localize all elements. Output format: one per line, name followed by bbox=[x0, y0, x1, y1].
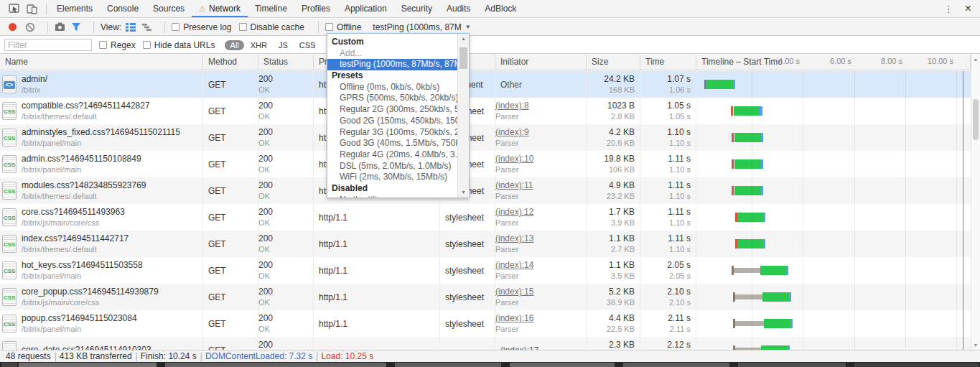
size-transferred: 4.9 KB bbox=[587, 180, 635, 191]
throttling-select[interactable]: testPing (1000ms, 87M ▼ bbox=[373, 22, 470, 32]
column-header-name[interactable]: Name bbox=[0, 55, 203, 70]
table-row[interactable]: CSShot_keys.css?14694511503558/bitrix/pa… bbox=[0, 257, 971, 284]
table-row[interactable]: <>admin//bitrixGET200OKhttp/1.1documentO… bbox=[0, 71, 971, 98]
filter-icon[interactable] bbox=[71, 22, 81, 32]
column-header-time[interactable]: Time bbox=[640, 55, 696, 70]
table-row[interactable]: CSSmodules.css?148234855923769/bitrix/th… bbox=[0, 177, 971, 204]
table-scrollbar[interactable]: ▲ ▼ bbox=[971, 55, 980, 350]
throttle-option[interactable]: Regular 3G (100ms, 750kb/s, 250kb/s) bbox=[327, 127, 457, 139]
table-row[interactable]: CSScompatible.css?14694511442827/bitrix/… bbox=[0, 98, 971, 124]
close-icon[interactable]: × bbox=[962, 2, 974, 15]
tab-audits[interactable]: Audits bbox=[439, 0, 477, 17]
use-large-rows-icon[interactable] bbox=[126, 23, 136, 32]
regex-toggle: Regex bbox=[99, 40, 136, 50]
throttle-option[interactable]: No throttling bbox=[327, 195, 457, 198]
initiator-link[interactable]: (index):9 bbox=[495, 126, 586, 138]
status-code: 200 bbox=[258, 206, 313, 218]
cell-status: 200OK bbox=[258, 98, 314, 124]
initiator-link[interactable]: (index):16 bbox=[495, 312, 586, 324]
waterfall-bar-end bbox=[786, 266, 788, 275]
tab-elements[interactable]: Elements bbox=[50, 0, 100, 17]
regex-checkbox[interactable] bbox=[99, 41, 107, 49]
throttle-option[interactable]: Good 3G (40ms, 1.5Mb/s, 750kb/s) bbox=[327, 138, 457, 149]
clear-icon[interactable] bbox=[25, 22, 35, 32]
menu-icon[interactable]: ⋮ bbox=[935, 4, 962, 14]
throttle-option[interactable]: WiFi (2ms, 30Mb/s, 15Mb/s) bbox=[327, 172, 457, 183]
request-path: /bitrix/panel/main bbox=[22, 164, 141, 175]
column-header-initiator[interactable]: Initiator bbox=[495, 55, 587, 70]
tab-label: Elements bbox=[57, 4, 93, 14]
initiator-link[interactable]: (index):10 bbox=[495, 153, 586, 164]
initiator-type: Parser bbox=[495, 324, 586, 334]
request-name: CSSadminstyles_fixed.css?146945115021115… bbox=[0, 124, 202, 151]
table-row[interactable]: CSSadmin.css?1469451150108849/bitrix/pan… bbox=[0, 151, 971, 177]
screenshot-icon[interactable] bbox=[55, 22, 65, 32]
tab-profiles[interactable]: Profiles bbox=[294, 0, 337, 17]
initiator-link[interactable]: (index):8 bbox=[495, 100, 586, 111]
tab-timeline[interactable]: Timeline bbox=[248, 0, 294, 17]
scroll-up-icon[interactable]: ▲ bbox=[971, 55, 980, 64]
initiator-link[interactable]: (index):13 bbox=[495, 233, 586, 244]
offline-checkbox[interactable] bbox=[325, 23, 333, 31]
tab-console[interactable]: Console bbox=[100, 0, 146, 17]
filter-type-css[interactable]: CSS bbox=[294, 40, 321, 50]
throttle-option[interactable]: DSL (5ms, 2.0Mb/s, 1.0Mb/s) bbox=[327, 161, 457, 172]
table-row[interactable]: CSScore_popup.css?146945114939879/bitrix… bbox=[0, 284, 971, 310]
preserve-log-checkbox[interactable] bbox=[172, 23, 179, 31]
table-row[interactable]: CSSindex.css?14694511442717/bitrix/theme… bbox=[0, 231, 971, 257]
scroll-down-icon[interactable]: ▼ bbox=[458, 187, 469, 198]
scrollbar-thumb[interactable] bbox=[973, 99, 979, 140]
size-resource: 168 KB bbox=[587, 85, 635, 95]
request-name-text: core_popup.css?146945114939879/bitrix/js… bbox=[22, 287, 159, 307]
throttle-option[interactable]: Add... bbox=[327, 48, 457, 60]
request-name: CSShot_keys.css?14694511503558/bitrix/pa… bbox=[0, 257, 202, 284]
throttle-option[interactable]: Good 2G (150ms, 450kb/s, 150kb/s) bbox=[327, 116, 457, 127]
timeline-view-icon[interactable] bbox=[141, 23, 152, 32]
tab-adblock[interactable]: AdBlock bbox=[477, 0, 523, 17]
column-header-timeline[interactable]: Timeline – Start Time4.00 s6.00 s8.00 s1… bbox=[696, 55, 971, 70]
filter-type-all[interactable]: All bbox=[225, 40, 243, 50]
table-row[interactable]: CSSpopup.css?146945115023084/bitrix/pane… bbox=[0, 310, 971, 337]
inspect-element-icon[interactable] bbox=[6, 0, 23, 17]
size-transferred: 5.2 KB bbox=[587, 286, 635, 297]
time-total: 1.05 s bbox=[640, 100, 691, 111]
tab-network[interactable]: ⚠Network bbox=[192, 0, 248, 17]
initiator-link[interactable]: (index):11 bbox=[495, 180, 586, 191]
file-icon-glyph: CSS bbox=[4, 187, 15, 195]
throttle-option[interactable]: Offline (0ms, 0kb/s, 0kb/s) bbox=[327, 82, 457, 93]
tab-application[interactable]: Application bbox=[337, 0, 394, 17]
throttling-dropdown-menu: CustomAdd...testPing (1000ms, 87Mb/s, 87… bbox=[327, 33, 470, 198]
record-icon[interactable] bbox=[9, 23, 17, 31]
tab-security[interactable]: Security bbox=[394, 0, 439, 17]
initiator-link[interactable]: (index):12 bbox=[495, 206, 586, 218]
filter-input[interactable] bbox=[4, 39, 92, 51]
disable-cache-checkbox[interactable] bbox=[239, 23, 247, 31]
initiator-link[interactable]: (index):15 bbox=[495, 286, 586, 297]
tab-sources[interactable]: Sources bbox=[146, 0, 192, 17]
throttle-option[interactable]: GPRS (500ms, 50kb/s, 20kb/s) bbox=[327, 93, 457, 104]
time-total: 1.10 s bbox=[640, 126, 691, 138]
scroll-down-icon[interactable]: ▼ bbox=[971, 340, 980, 350]
summary-item: 413 KB transferred bbox=[60, 351, 132, 361]
size-transferred: 19.8 KB bbox=[587, 153, 635, 164]
column-header-method[interactable]: Method bbox=[203, 55, 258, 70]
hide-data-urls-checkbox[interactable] bbox=[143, 41, 151, 49]
table-row[interactable]: core_date.css?146945114910303GET200(inde… bbox=[0, 337, 971, 350]
column-header-status[interactable]: Status bbox=[258, 55, 314, 70]
initiator-link[interactable]: (index):14 bbox=[495, 259, 586, 271]
throttle-option[interactable]: Regular 4G (20ms, 4.0Mb/s, 3.0Mb/s) bbox=[327, 149, 457, 161]
filter-type-js[interactable]: JS bbox=[274, 40, 293, 50]
table-row[interactable]: CSScore.css?14694511493963/bitrix/js/mai… bbox=[0, 204, 971, 231]
column-header-size[interactable]: Size bbox=[587, 55, 640, 70]
status-code: 200 bbox=[258, 312, 313, 324]
size-resource: 3.9 KB bbox=[587, 218, 635, 228]
scrollbar-thumb[interactable] bbox=[459, 47, 467, 69]
throttle-option[interactable]: testPing (1000ms, 87Mb/s, 87Mb/s) bbox=[327, 59, 457, 70]
dropdown-scrollbar[interactable]: ▲ ▼ bbox=[457, 34, 469, 198]
throttle-option[interactable]: Regular 2G (300ms, 250kb/s, 50kb/s) bbox=[327, 104, 457, 116]
table-row[interactable]: CSSadminstyles_fixed.css?146945115021115… bbox=[0, 124, 971, 151]
cell-method: GET bbox=[203, 177, 258, 204]
filter-type-xhr[interactable]: XHR bbox=[246, 40, 272, 50]
scroll-up-icon[interactable]: ▲ bbox=[458, 34, 469, 44]
device-toolbar-icon[interactable] bbox=[23, 0, 40, 17]
